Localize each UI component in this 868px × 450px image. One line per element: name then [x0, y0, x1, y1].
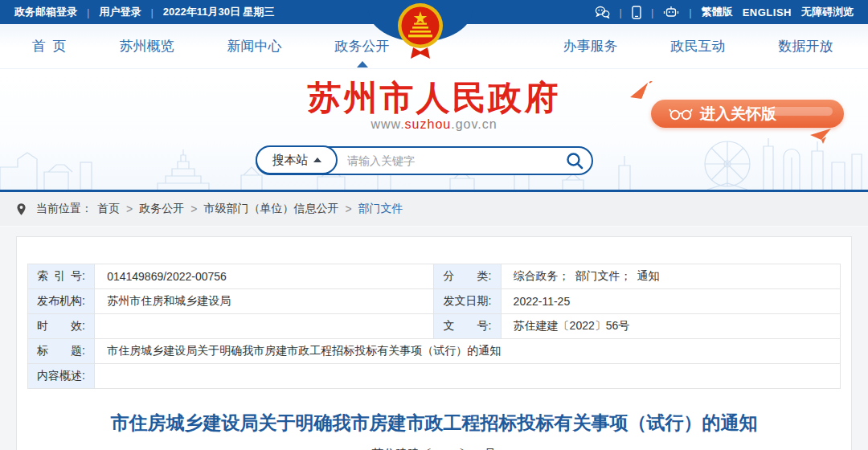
doc-number-value: 苏住建建〔2022〕56号: [501, 314, 840, 339]
breadcrumb-home[interactable]: 首页: [97, 202, 120, 216]
current-date: 2022年11月30日 星期三: [163, 5, 275, 19]
mail-login-link[interactable]: 政务邮箱登录: [14, 5, 77, 19]
summary-value: [95, 364, 841, 389]
nav-item-label: 政务公开: [335, 39, 390, 54]
index-number-value: 014149869/2022-00756: [95, 264, 434, 289]
topbar-separator: |: [651, 6, 653, 18]
accessibility-link[interactable]: 无障碍浏览: [801, 5, 854, 19]
issuing-agency-label: 发布机构:: [28, 289, 95, 314]
breadcrumb: 当前位置： 首页 > 政务公开 > 市级部门（单位）信息公开 > 部门文件: [0, 192, 868, 227]
breadcrumb-separator: >: [126, 202, 133, 215]
national-emblem-icon: [397, 2, 444, 63]
breadcrumb-gov-affairs[interactable]: 政务公开: [139, 202, 184, 216]
wechat-icon[interactable]: [595, 6, 610, 18]
table-row: 内容概述:: [28, 364, 841, 389]
care-version-label: 进入关怀版: [700, 104, 776, 125]
paper-plane-decoration-icon: [805, 127, 833, 145]
table-row: 时 效: 文 号: 苏住建建〔2022〕56号: [28, 314, 841, 339]
document-card: 索 引 号: 014149869/2022-00756 分 类: 综合政务； 部…: [16, 236, 852, 450]
topbar-separator: |: [150, 6, 153, 18]
nav-item-overview[interactable]: 苏州概览: [120, 37, 174, 55]
breadcrumb-label: 当前位置：: [36, 202, 92, 216]
topbar-separator: |: [620, 6, 622, 18]
glasses-icon: [669, 107, 693, 121]
article-title: 市住房城乡建设局关于明确我市房建市政工程招标投标有关事项（试行）的通知: [27, 411, 841, 436]
topbar-left-group: 政务邮箱登录 | 用户登录 | 2022年11月30日 星期三: [14, 5, 275, 19]
mobile-icon[interactable]: [632, 6, 641, 19]
search-scope-label: 搜本站: [272, 153, 309, 168]
title-value: 市住房城乡建设局关于明确我市房建市政工程招标投标有关事项（试行）的通知: [95, 339, 841, 364]
site-banner: 苏州市人民政府 www.suzhou.gov.cn 搜本站: [0, 69, 868, 192]
category-value: 综合政务； 部门文件； 通知: [501, 264, 840, 289]
nav-item-interaction[interactable]: 政民互动: [671, 37, 726, 55]
issue-date-label: 发文日期:: [434, 289, 501, 314]
article-doc-number: 苏住建建〔2022〕56号: [27, 447, 841, 450]
url-domain: suzhou: [405, 117, 452, 131]
breadcrumb-dept-info[interactable]: 市级部门（单位）信息公开: [203, 202, 338, 216]
nav-item-gov-affairs[interactable]: 政务公开: [335, 37, 390, 55]
summary-label: 内容概述:: [28, 364, 95, 389]
index-number-label: 索 引 号:: [28, 264, 95, 289]
nav-item-news[interactable]: 新闻中心: [227, 37, 282, 55]
search-input[interactable]: [338, 154, 565, 167]
breadcrumb-separator: >: [190, 202, 197, 215]
traditional-version-link[interactable]: 繁體版: [702, 5, 733, 19]
caret-up-icon: [313, 158, 321, 162]
table-row: 索 引 号: 014149869/2022-00756 分 类: 综合政务； 部…: [28, 264, 841, 289]
page-content: 索 引 号: 014149869/2022-00756 分 类: 综合政务； 部…: [0, 227, 868, 450]
topbar-separator: |: [87, 6, 89, 18]
active-nav-caret-icon: [357, 61, 368, 68]
category-label: 分 类:: [434, 264, 501, 289]
site-search: 搜本站: [256, 146, 593, 175]
effective-period-value: [95, 314, 434, 339]
breadcrumb-dept-documents[interactable]: 部门文件: [358, 202, 403, 216]
table-row: 发布机构: 苏州市住房和城乡建设局 发文日期: 2022-11-25: [28, 289, 841, 314]
site-header: 政务邮箱登录 | 用户登录 | 2022年11月30日 星期三 | |: [0, 0, 868, 192]
search-icon: [565, 151, 584, 170]
issue-date-value: 2022-11-25: [501, 289, 840, 314]
care-version-button[interactable]: 进入关怀版: [651, 100, 844, 128]
document-meta-table: 索 引 号: 014149869/2022-00756 分 类: 综合政务； 部…: [27, 264, 841, 389]
nav-item-services[interactable]: 办事服务: [563, 37, 618, 55]
nav-item-open-data[interactable]: 数据开放: [779, 37, 833, 55]
topbar-right-group: | | | 繁體版 ENGLISH 无障碍浏览: [595, 5, 854, 19]
location-pin-icon: [16, 202, 27, 216]
issuing-agency-value: 苏州市住房和城乡建设局: [95, 289, 434, 314]
breadcrumb-separator: >: [345, 202, 351, 215]
paper-plane-decoration-icon: [628, 81, 653, 102]
english-version-link[interactable]: ENGLISH: [743, 6, 792, 18]
title-label: 标 题:: [28, 339, 95, 364]
url-suffix: .gov.cn: [451, 117, 497, 131]
effective-period-label: 时 效:: [28, 314, 95, 339]
table-row: 标 题: 市住房城乡建设局关于明确我市房建市政工程招标投标有关事项（试行）的通知: [28, 339, 841, 364]
user-login-link[interactable]: 用户登录: [99, 5, 141, 19]
nav-item-home[interactable]: 首 页: [32, 37, 67, 55]
doc-number-label: 文 号:: [434, 314, 501, 339]
topbar-separator: |: [689, 6, 691, 18]
robot-icon[interactable]: [663, 6, 679, 18]
search-button[interactable]: [565, 151, 584, 170]
search-scope-dropdown[interactable]: 搜本站: [256, 145, 338, 174]
url-prefix: www.: [371, 117, 404, 131]
